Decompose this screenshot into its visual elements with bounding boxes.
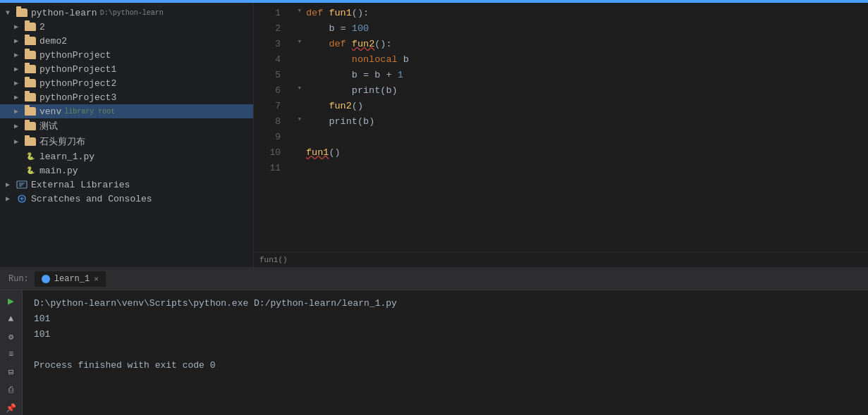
fold-marker-6[interactable]: ▾ <box>297 83 302 92</box>
tree-item-external[interactable]: ▶ External Libraries <box>0 178 253 192</box>
tree-item-pythonproject1[interactable]: ▶ pythonProject1 <box>0 62 253 76</box>
run-tab[interactable]: learn_1 ✕ <box>35 271 106 287</box>
arrow-pythonproject2: ▶ <box>14 79 24 87</box>
run-print-button[interactable]: ⎙ <box>4 383 19 397</box>
line-num-5: 5 <box>254 68 281 83</box>
arrow-2: ▶ <box>14 23 24 31</box>
run-list-button[interactable]: ≡ <box>4 348 19 361</box>
folder-icon-pythonproject1 <box>24 63 37 75</box>
external-lib-icon <box>16 179 28 190</box>
run-command-line: D:\python-learn\venv\Scripts\python.exe … <box>34 296 857 311</box>
code-line-5: b = b + 1 <box>303 68 868 83</box>
run-play-button[interactable]: ▶ <box>4 295 19 308</box>
arrow-venv: ▶ <box>14 107 24 116</box>
run-wrench-button[interactable]: ⚙ <box>4 330 19 344</box>
tree-label-pythonproject1: pythonProject1 <box>39 64 116 75</box>
tree-item-2[interactable]: ▶ 2 <box>0 20 253 34</box>
line-num-8: 8 <box>254 114 281 130</box>
gutter: ▾ ▾ ▾ ▾ <box>289 3 303 252</box>
tree-label-demo2: demo2 <box>39 36 67 47</box>
line-numbers: 1 2 3 4 5 6 7 8 9 10 11 <box>254 3 289 252</box>
tree-label-pythonproject3: pythonProject3 <box>39 92 116 103</box>
run-up-button[interactable]: ▲ <box>4 312 19 326</box>
tree-item-pythonproject3[interactable]: ▶ pythonProject3 <box>0 90 253 104</box>
folder-icon-demo2 <box>24 35 37 47</box>
code-line-11 <box>303 161 868 176</box>
code-editor[interactable]: def fun1(): b = 100 def fun2(): nonlocal… <box>303 3 868 252</box>
arrow-pythonproject3: ▶ <box>14 93 24 101</box>
code-line-8: print(b) <box>303 114 868 130</box>
line-num-3: 3 <box>254 37 281 52</box>
folder-icon-2 <box>24 21 37 32</box>
code-line-3: def fun2(): <box>303 37 868 52</box>
tree-item-learn1py[interactable]: ▶ 🐍 learn_1.py <box>0 149 253 163</box>
run-output-blank <box>34 342 857 358</box>
folder-icon-pythonproject <box>24 49 37 61</box>
tree-label-external: External Libraries <box>31 180 130 190</box>
run-toolbar: ▶ ▲ ⚙ ≡ ⊟ ⎙ 📌 <box>0 290 23 415</box>
py-file-icon-learn1: 🐍 <box>24 151 37 162</box>
arrow-expand: ▼ <box>6 9 16 17</box>
tree-label-scratches: Scratches and Consoles <box>31 194 152 204</box>
fold-marker-3[interactable]: ▾ <box>297 37 302 46</box>
tree-label-ceshi: 测试 <box>39 120 58 132</box>
tree-item-demo2[interactable]: ▶ demo2 <box>0 34 253 48</box>
arrow-pythonproject1: ▶ <box>14 65 24 73</box>
tree-item-mainpy[interactable]: ▶ 🐍 main.py <box>0 163 253 178</box>
run-output-101-2: 101 <box>34 327 857 342</box>
code-line-7: fun2() <box>303 99 868 114</box>
folder-icon-pythonproject2 <box>24 78 37 89</box>
run-output-101-1: 101 <box>34 311 857 327</box>
tree-badge-root: D:\python-learn <box>100 9 164 17</box>
line-num-6: 6 <box>254 83 281 99</box>
run-header: Run: learn_1 ✕ <box>0 268 868 290</box>
tree-item-root[interactable]: ▼ python-learn D:\python-learn <box>0 6 253 20</box>
arrow-pythonproject: ▶ <box>14 51 24 59</box>
main-area: ▼ python-learn D:\python-learn ▶ 2 ▶ dem… <box>0 3 868 267</box>
tree-label-root: python-learn <box>31 8 97 18</box>
tree-label-venv: venv <box>39 106 61 117</box>
tree-label-shitou: 石头剪刀布 <box>39 135 85 148</box>
tree-item-scratches[interactable]: ▶ Scratches and Consoles <box>0 192 253 206</box>
py-file-icon-main: 🐍 <box>24 165 37 176</box>
code-line-4: nonlocal b <box>303 52 868 68</box>
tree-item-venv[interactable]: ▶ venv library root <box>0 104 253 118</box>
code-line-9 <box>303 130 868 145</box>
tree-label-pythonproject: pythonProject <box>39 50 111 61</box>
sidebar: ▼ python-learn D:\python-learn ▶ 2 ▶ dem… <box>0 3 254 267</box>
code-line-2: b = 100 <box>303 21 868 37</box>
editor-content: 1 2 3 4 5 6 7 8 9 10 11 ▾ ▾ ▾ ▾ <box>254 3 868 252</box>
tree-item-pythonproject2[interactable]: ▶ pythonProject2 <box>0 76 253 90</box>
fold-marker-8[interactable]: ▾ <box>297 114 302 123</box>
tree-item-ceshi[interactable]: ▶ 测试 <box>0 118 253 134</box>
line-num-1: 1 <box>254 6 281 21</box>
folder-icon-pythonproject3 <box>24 92 37 103</box>
tree-label-2: 2 <box>39 22 45 32</box>
run-tab-name: learn_1 <box>54 274 90 284</box>
run-pin-button[interactable]: 📌 <box>4 402 19 415</box>
folder-icon <box>16 7 28 18</box>
code-line-1: def fun1(): <box>303 6 868 21</box>
line-num-2: 2 <box>254 21 281 37</box>
line-num-7: 7 <box>254 99 281 114</box>
editor-area: 1 2 3 4 5 6 7 8 9 10 11 ▾ ▾ ▾ ▾ <box>254 3 868 267</box>
run-panel: Run: learn_1 ✕ ▶ ▲ ⚙ ≡ ⊟ ⎙ 📌 D:\python-l… <box>0 267 868 415</box>
tree-badge-venv: library root <box>64 108 115 116</box>
arrow-ceshi: ▶ <box>14 122 24 130</box>
line-num-9: 9 <box>254 130 281 145</box>
tree-label-mainpy: main.py <box>39 166 78 176</box>
arrow-shitou: ▶ <box>14 137 24 146</box>
run-split-button[interactable]: ⊟ <box>4 366 19 379</box>
folder-icon-shitou <box>24 136 37 147</box>
tree-item-shitou[interactable]: ▶ 石头剪刀布 <box>0 134 253 149</box>
folder-icon-venv <box>24 106 37 117</box>
run-output-process: Process finished with exit code 0 <box>34 358 857 373</box>
code-line-6: print(b) <box>303 83 868 99</box>
arrow-external: ▶ <box>6 180 16 189</box>
run-tab-close[interactable]: ✕ <box>94 274 99 283</box>
run-body: ▶ ▲ ⚙ ≡ ⊟ ⎙ 📌 D:\python-learn\venv\Scrip… <box>0 290 868 415</box>
run-tab-icon <box>42 275 50 283</box>
fold-marker-1[interactable]: ▾ <box>297 6 302 15</box>
breadcrumb-text: fun1() <box>259 256 288 264</box>
tree-item-pythonproject[interactable]: ▶ pythonProject <box>0 48 253 62</box>
